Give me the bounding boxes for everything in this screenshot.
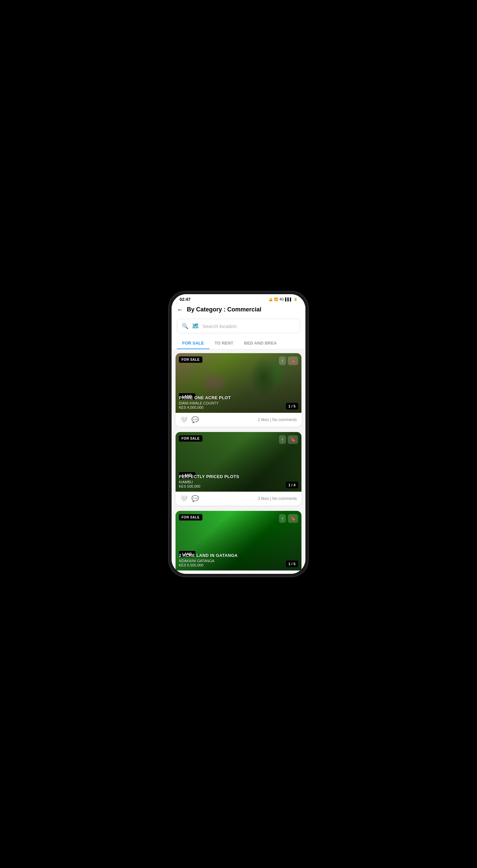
property-card-2: FOR SALE ↑ 🔖 LAND PERFECTLY PRICED PLOTS… [176,432,301,505]
listings-content: FOR SALE ↑ 🔖 LAND PRIME ONE ACRE PLOT DI… [171,349,306,574]
for-sale-badge-2: FOR SALE [179,435,202,442]
listing-price-3: KES 6,500,000 [179,563,238,567]
for-sale-badge-3: FOR SALE [179,514,202,521]
card-footer-3: 🤍 💬 3 likes | No comments [176,570,301,574]
like-button-2[interactable]: 🤍 [180,495,188,502]
network-label: 4G [279,298,284,301]
search-container: 🔍 🗺️ Search location [171,317,306,337]
search-icon: 🔍 [182,323,189,329]
listing-stats-2: 3 likes | No comments [258,496,297,501]
wifi-icon: 📶 [274,298,278,301]
card-info-1: PRIME ONE ACRE PLOT DIANI KWALE COUNTY K… [179,395,298,409]
header: ← By Category : Commercial [171,303,306,317]
listing-stats-1: 2 likes | No comments [258,417,297,422]
card-actions-1: ↑ 🔖 [279,356,298,365]
bookmark-button-3[interactable]: 🔖 [288,514,298,523]
map-icon: 🗺️ [192,322,199,330]
share-button-3[interactable]: ↑ [279,514,286,523]
back-button[interactable]: ← [177,306,184,313]
search-bar[interactable]: 🔍 🗺️ Search location [177,319,300,333]
phone-screen: 02:47 🔔 📶 4G ▌▌▌ 🔋 ← By Category : Comme… [171,294,306,574]
for-sale-badge-1: FOR SALE [179,356,202,363]
card-badges-3: FOR SALE ↑ 🔖 [179,514,298,523]
card-title-block-2: PERFECTLY PRICED PLOTS KIAMBU KES 500,00… [179,474,239,488]
card-footer-1: 🤍 💬 2 likes | No comments [176,413,301,427]
card-image-3[interactable]: FOR SALE ↑ 🔖 LAND 2 ACRE LAND IN GATANGA… [176,511,301,570]
listing-subtitle-3: NDAKAINI GATANGA [179,559,238,563]
property-card-3: FOR SALE ↑ 🔖 LAND 2 ACRE LAND IN GATANGA… [176,511,301,574]
card-badges-2: FOR SALE ↑ 🔖 [179,435,298,444]
listing-subtitle-1: DIANI KWALE COUNTY [179,401,231,405]
card-actions-2: ↑ 🔖 [279,435,298,444]
listing-subtitle-2: KIAMBU [179,480,239,484]
card-image-2[interactable]: FOR SALE ↑ 🔖 LAND PERFECTLY PRICED PLOTS… [176,432,301,492]
tab-bed-breakfast[interactable]: BED AND BREA [239,337,282,349]
property-card-1: FOR SALE ↑ 🔖 LAND PRIME ONE ACRE PLOT DI… [176,353,301,427]
comment-button-2[interactable]: 💬 [191,495,199,502]
bookmark-button-2[interactable]: 🔖 [288,435,298,444]
card-info-2: PERFECTLY PRICED PLOTS KIAMBU KES 500,00… [179,474,298,488]
like-button-1[interactable]: 🤍 [180,416,188,424]
listing-title-3: 2 ACRE LAND IN GATANGA [179,553,238,559]
comment-button-1[interactable]: 💬 [191,416,199,424]
card-title-block-1: PRIME ONE ACRE PLOT DIANI KWALE COUNTY K… [179,395,231,409]
bookmark-button-1[interactable]: 🔖 [288,356,298,365]
footer-actions-1: 🤍 💬 [180,416,199,424]
phone-wrapper: 02:47 🔔 📶 4G ▌▌▌ 🔋 ← By Category : Comme… [169,291,308,577]
share-button-1[interactable]: ↑ [279,356,286,365]
status-icons: 🔔 📶 4G ▌▌▌ 🔋 [268,298,297,301]
tabs-container: FOR SALE TO RENT BED AND BREA [171,337,306,349]
card-footer-2: 🤍 💬 3 likes | No comments [176,492,301,505]
page-title: By Category : Commercial [187,306,261,313]
card-info-3: 2 ACRE LAND IN GATANGA NDAKAINI GATANGA … [179,553,298,567]
image-counter-2: 1 / 4 [286,482,298,488]
listing-title-2: PERFECTLY PRICED PLOTS [179,474,239,480]
tab-to-rent[interactable]: TO RENT [209,337,239,349]
status-time: 02:47 [180,297,190,302]
card-title-block-3: 2 ACRE LAND IN GATANGA NDAKAINI GATANGA … [179,553,238,567]
status-bar: 02:47 🔔 📶 4G ▌▌▌ 🔋 [171,294,306,303]
tab-for-sale[interactable]: FOR SALE [177,337,209,349]
signal-icon: ▌▌▌ [285,298,292,301]
footer-actions-2: 🤍 💬 [180,495,199,502]
search-input[interactable]: Search location [202,323,236,329]
image-counter-3: 1 / 5 [286,561,298,567]
card-badges-1: FOR SALE ↑ 🔖 [179,356,298,365]
alarm-icon: 🔔 [268,298,273,301]
listing-title-1: PRIME ONE ACRE PLOT [179,395,231,401]
card-actions-3: ↑ 🔖 [279,514,298,523]
share-button-2[interactable]: ↑ [279,435,286,444]
battery-icon: 🔋 [293,298,297,301]
image-counter-1: 1 / 5 [286,403,298,409]
listing-price-1: KES 4,000,000 [179,405,231,409]
listing-price-2: KES 500,000 [179,484,239,488]
card-image-1[interactable]: FOR SALE ↑ 🔖 LAND PRIME ONE ACRE PLOT DI… [176,353,301,413]
